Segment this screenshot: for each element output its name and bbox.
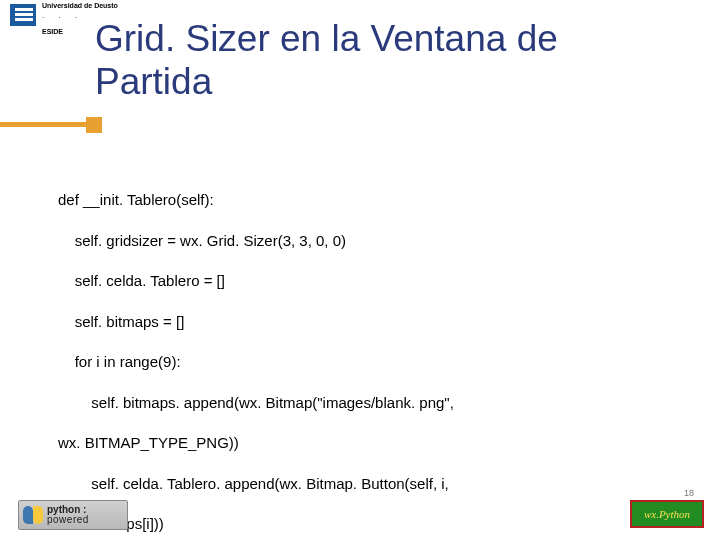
wxpython-label: wx.Python — [644, 508, 690, 520]
accent-square-icon — [86, 117, 102, 133]
python-label-2: powered — [47, 515, 89, 525]
code-line: wx. BITMAP_TYPE_PNG)) — [58, 433, 454, 453]
page-number: 18 — [684, 488, 694, 498]
university-logo-block — [10, 4, 36, 26]
code-line: self. bitmaps. append(wx. Bitmap("images… — [58, 393, 454, 413]
accent-bar — [0, 122, 86, 127]
wxpython-badge: wx.Python — [630, 500, 704, 528]
footer: python : powered 18 wx.Python — [0, 496, 720, 534]
code-line: self. celda. Tablero. append(wx. Bitmap.… — [58, 474, 454, 494]
code-line: self. gridsizer = wx. Grid. Sizer(3, 3, … — [58, 231, 454, 251]
title-line-2: Partida — [95, 61, 212, 102]
python-logo-icon — [23, 505, 43, 525]
university-logo-icon — [10, 4, 36, 26]
code-line: self. bitmaps = [] — [58, 312, 454, 332]
title-line-1: Grid. Sizer en la Ventana de — [95, 18, 558, 59]
code-line: self. celda. Tablero = [] — [58, 271, 454, 291]
code-line: for i in range(9): — [58, 352, 454, 372]
slide-title: Grid. Sizer en la Ventana de Partida — [95, 18, 558, 103]
python-powered-badge: python : powered — [18, 500, 128, 530]
python-badge-text: python : powered — [47, 505, 89, 525]
code-line: def __init. Tablero(self): — [58, 190, 454, 210]
code-block: def __init. Tablero(self): self. gridsiz… — [58, 170, 454, 540]
university-name: Universidad de Deusto — [42, 2, 118, 9]
